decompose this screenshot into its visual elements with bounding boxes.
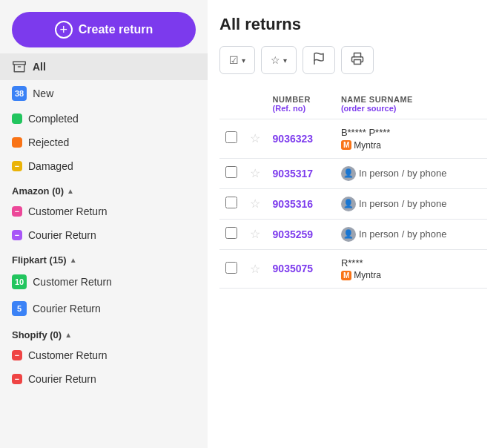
page-title: All returns xyxy=(219,15,487,34)
flipkart-customer-badge: 10 xyxy=(12,274,27,289)
row-checkbox[interactable] xyxy=(225,197,237,208)
main-content: All returns ☑ ▾ ☆ ▾ xyxy=(208,0,499,448)
table-row: ☆9035317👤In person / by phone xyxy=(219,158,487,188)
flipkart-courier-badge: 5 xyxy=(12,301,27,316)
svg-rect-0 xyxy=(13,62,26,65)
sidebar-all-label: All xyxy=(33,61,46,73)
sidebar-completed-label: Completed xyxy=(28,113,79,125)
returns-table-wrapper: NUMBER (Ref. no) NAME SURNAME (order sou… xyxy=(219,89,487,448)
row-star-button[interactable]: ☆ xyxy=(250,166,260,180)
section-header-flipkart[interactable]: Flipkart (15) ▲ xyxy=(0,247,208,269)
plus-icon: + xyxy=(55,21,73,39)
sidebar: + Create return All 38 New Completed Rej… xyxy=(0,0,208,448)
col-header-check xyxy=(219,89,244,119)
star-chevron-icon: ▾ xyxy=(283,56,287,65)
row-number[interactable]: 9035259 xyxy=(273,228,314,240)
checkbox-icon: ☑ xyxy=(229,54,239,66)
row-number[interactable]: 9036323 xyxy=(273,133,314,145)
row-star-button[interactable]: ☆ xyxy=(250,197,260,211)
flipkart-customer-label: Customer Return xyxy=(33,276,112,288)
myntra-badge-icon: M xyxy=(341,140,351,150)
flag-button[interactable] xyxy=(303,46,335,74)
shopify-courier-badge: − xyxy=(12,374,22,384)
table-body: ☆9036323B***** P****MMyntra☆9035317👤In p… xyxy=(219,119,487,289)
sidebar-new-label: New xyxy=(33,88,53,99)
flag-icon xyxy=(312,52,325,68)
section-flipkart-label: Flipkart (15) xyxy=(12,254,67,266)
row-checkbox[interactable] xyxy=(225,166,237,178)
sidebar-item-new[interactable]: 38 New xyxy=(0,80,208,107)
chevron-up-icon: ▲ xyxy=(67,187,74,195)
create-return-label: Create return xyxy=(79,23,153,36)
sidebar-item-completed[interactable]: Completed xyxy=(0,107,208,131)
row-source-text: In person / by phone xyxy=(359,198,447,209)
row-source-text: Myntra xyxy=(354,140,381,151)
table-row: ☆9035075R****MMyntra xyxy=(219,249,487,289)
print-icon xyxy=(351,52,364,68)
row-number[interactable]: 9035316 xyxy=(273,198,314,210)
star-icon: ☆ xyxy=(271,54,280,66)
table-row: ☆9035259👤In person / by phone xyxy=(219,219,487,249)
flipkart-courier-label: Courier Return xyxy=(33,303,101,314)
chevron-up-icon-shopify: ▲ xyxy=(65,331,72,339)
amazon-courier-badge: − xyxy=(12,230,22,240)
table-row: ☆9035316👤In person / by phone xyxy=(219,188,487,219)
star-dropdown-button[interactable]: ☆ ▾ xyxy=(261,46,297,74)
toolbar: ☑ ▾ ☆ ▾ xyxy=(219,46,487,74)
table-header-row: NUMBER (Ref. no) NAME SURNAME (order sou… xyxy=(219,89,487,119)
sidebar-item-rejected[interactable]: Rejected xyxy=(0,131,208,154)
row-star-button[interactable]: ☆ xyxy=(250,131,260,145)
sidebar-item-damaged[interactable]: − Damaged xyxy=(0,154,208,178)
person-icon: 👤 xyxy=(341,166,356,181)
row-number[interactable]: 9035317 xyxy=(273,168,314,179)
shopify-customer-badge: − xyxy=(12,350,22,360)
col-header-star xyxy=(244,89,267,119)
row-in-person: 👤In person / by phone xyxy=(341,197,481,211)
inbox-icon xyxy=(12,59,27,74)
row-source-badge: MMyntra xyxy=(341,270,381,280)
new-badge: 38 xyxy=(12,86,27,101)
section-header-amazon[interactable]: Amazon (0) ▲ xyxy=(0,178,208,200)
svg-rect-3 xyxy=(354,60,361,65)
col-header-number: NUMBER (Ref. no) xyxy=(267,89,335,119)
checkbox-dropdown-button[interactable]: ☑ ▾ xyxy=(219,46,255,74)
person-icon: 👤 xyxy=(341,227,356,242)
sidebar-item-shopify-customer[interactable]: − Customer Return xyxy=(0,343,208,367)
sidebar-damaged-label: Damaged xyxy=(28,160,73,172)
amazon-courier-label: Courier Return xyxy=(28,229,96,241)
row-source-badge: MMyntra xyxy=(341,140,381,151)
row-source-text: Myntra xyxy=(354,270,381,280)
row-star-button[interactable]: ☆ xyxy=(250,262,260,276)
completed-badge xyxy=(12,113,22,124)
sidebar-item-amazon-courier[interactable]: − Courier Return xyxy=(0,223,208,247)
col-header-name: NAME SURNAME (order source) xyxy=(335,89,487,119)
sidebar-item-shopify-courier[interactable]: − Courier Return xyxy=(0,367,208,391)
damaged-badge: − xyxy=(12,161,22,171)
sidebar-item-amazon-customer[interactable]: − Customer Return xyxy=(0,200,208,223)
checkbox-chevron-icon: ▾ xyxy=(242,56,245,65)
row-checkbox[interactable] xyxy=(225,131,237,143)
section-shopify-label: Shopify (0) xyxy=(12,329,62,340)
myntra-badge-icon: M xyxy=(341,271,351,280)
returns-table: NUMBER (Ref. no) NAME SURNAME (order sou… xyxy=(219,89,487,289)
create-return-button[interactable]: + Create return xyxy=(12,12,196,47)
row-in-person: 👤In person / by phone xyxy=(341,227,481,242)
sidebar-item-flipkart-customer[interactable]: 10 Customer Return xyxy=(0,269,208,295)
row-checkbox[interactable] xyxy=(225,227,237,239)
sidebar-item-all[interactable]: All xyxy=(0,53,208,80)
row-in-person: 👤In person / by phone xyxy=(341,166,481,181)
section-amazon-label: Amazon (0) xyxy=(12,185,64,197)
amazon-customer-label: Customer Return xyxy=(28,205,108,217)
sidebar-rejected-label: Rejected xyxy=(28,136,69,148)
section-header-shopify[interactable]: Shopify (0) ▲ xyxy=(0,322,208,343)
amazon-customer-badge: − xyxy=(12,206,22,217)
print-button[interactable] xyxy=(341,46,374,74)
chevron-up-icon-flipkart: ▲ xyxy=(70,256,77,264)
row-number[interactable]: 9035075 xyxy=(273,263,314,274)
sidebar-item-flipkart-courier[interactable]: 5 Courier Return xyxy=(0,295,208,322)
person-icon: 👤 xyxy=(341,197,356,211)
rejected-badge xyxy=(12,137,22,148)
row-star-button[interactable]: ☆ xyxy=(250,227,260,241)
row-checkbox[interactable] xyxy=(225,262,237,274)
shopify-customer-label: Customer Return xyxy=(28,349,108,361)
